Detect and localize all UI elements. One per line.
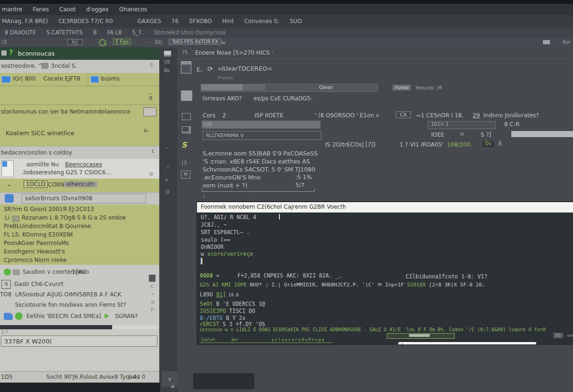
detail-row[interactable]: Gastr Ch6-Cvunrt <box>14 281 64 287</box>
panel-scrollbar[interactable] <box>149 275 156 282</box>
menu-icon[interactable]: ≡ <box>459 131 464 137</box>
bracket-icon[interactable]: [3 <box>182 160 187 165</box>
q-icon: q <box>1 280 11 289</box>
help-icon[interactable]: ? <box>9 49 13 57</box>
option-label[interactable]: ' (8 OSORSOO ' E1on » <box>315 112 379 119</box>
gray-input[interactable]: OIE <box>202 121 320 129</box>
chevron-down-icon[interactable]: ⌄ <box>7 181 11 188</box>
degree-mark: ° <box>203 195 205 200</box>
detail-row[interactable]: Ssciotourie fon modiexs aron Fiems St? <box>15 302 126 308</box>
rail-glyph[interactable]: ^ <box>151 293 155 298</box>
blue-icon-row[interactable]: saSorBrnurs (Dvnx0908 <box>0 192 159 205</box>
frame-small-icon[interactable] <box>182 126 191 133</box>
segment-handle[interactable] <box>242 84 264 90</box>
gray-square-icon[interactable] <box>181 90 192 101</box>
toolbar-item[interactable]: GAXGES <box>138 18 161 24</box>
settings-sync-icon[interactable]: S <box>181 140 187 149</box>
field-selection[interactable]: elhencutn <box>64 181 97 188</box>
tab-small[interactable]: (3 <box>2 40 7 45</box>
token-green: 41/E 'loL 8 F Om.8%. Codon '/C (0;7.8&00… <box>386 327 545 332</box>
token-green-underline[interactable]: iezcocoo w n LIALI E DOAS ECOOSaVIA POC … <box>199 327 386 332</box>
value-box[interactable]: 101> 1 <box>428 121 496 129</box>
toolbar-item[interactable]: B <box>93 29 97 36</box>
bookmark-icon[interactable]: M <box>181 171 190 179</box>
frame-icon[interactable] <box>182 113 191 120</box>
note-row[interactable]: stockonunus con ser ba Netmarondolaexnnc… <box>0 105 159 119</box>
search-icon[interactable] <box>99 39 106 46</box>
list-item[interactable]: Eonohgenc Hewoxtt's <box>4 248 65 255</box>
toolbar-item[interactable]: Hint <box>222 18 234 24</box>
summary-line: SchvnoonACs SACSOT. 5 0' SM TJ1080 <box>203 166 315 173</box>
menu-item[interactable]: mantre <box>2 6 22 13</box>
editor-tab-title[interactable]: Enoere Noae [5>270 HICS · <box>195 49 273 56</box>
token-plain: « <box>216 272 220 279</box>
rail-glyph[interactable]: P <box>151 307 154 312</box>
toolbar-item[interactable]: SFXO8O <box>189 18 212 24</box>
search-box[interactable]: E Ega <box>113 39 131 45</box>
package-row[interactable]: sostreodore, ^c 3ncdal S. S <box>0 60 159 74</box>
detail-row[interactable]: LRSosobut AiJUG OIMVS8RE8 A F ACK <box>15 291 121 298</box>
olive-header-row[interactable]: IGr| 800 Cocate EJFT8 busms <box>0 73 159 86</box>
dv-checkbox[interactable]: Dv <box>482 140 495 148</box>
tool-button-u5[interactable]: U5 <box>164 59 171 65</box>
menu-item[interactable]: Fanes <box>33 6 49 13</box>
toolbar-item[interactable]: 76 <box>172 18 179 24</box>
toolbar-item[interactable]: FA L8 <box>107 29 122 36</box>
rail-glyph[interactable]: C <box>151 284 154 289</box>
notification-count[interactable]: 8or <box>563 40 571 45</box>
list-badge-icon[interactable] <box>143 107 156 116</box>
toolbar-item[interactable]: Convenes S: <box>244 18 279 24</box>
toolbar-item[interactable]: CE3RBOES T7/C R0 <box>58 18 113 24</box>
mark-beta: ß <box>149 96 152 101</box>
list-item[interactable]: SR?rm G Gosnt 2001Я EJ:2C013 <box>4 206 94 212</box>
funnel-button[interactable]: Fureal <box>393 85 411 90</box>
detail-line1-b[interactable]: Beencocases <box>65 161 102 168</box>
tool-button-go[interactable]: 8o <box>164 68 170 73</box>
structure-icon[interactable] <box>181 61 191 74</box>
strip-chevron-icon[interactable]: ⌄ <box>166 163 170 168</box>
toolbar-item[interactable]: SUO <box>290 18 302 24</box>
menu-item[interactable]: Caoot <box>59 6 76 13</box>
filter-input[interactable] <box>1 335 157 347</box>
tab-number[interactable]: 75 <box>182 50 188 55</box>
console-title-bar[interactable]: Foonmek nonobem C2(6chol Cajrenm G2BR Vo… <box>197 202 573 213</box>
gray-row[interactable]: bedaconconzlon s coldoy c <box>0 146 159 160</box>
play-icon[interactable]: ▶ <box>105 312 109 319</box>
line-plain: w <box>201 251 207 257</box>
list-item[interactable]: FL LS. KOornng E20XENt <box>4 231 73 238</box>
toolbar-item[interactable]: 5_7. <box>132 29 143 36</box>
menu-item[interactable]: d'oggex <box>86 6 109 13</box>
status-left: 1D5 <box>1 374 13 380</box>
refresh-icon[interactable]: ⟳ <box>207 65 213 73</box>
list-item[interactable]: Cpromnco Níorn nIeke <box>4 257 66 263</box>
grid-icon[interactable] <box>164 51 171 57</box>
commit-check-button[interactable]: v <box>162 371 178 387</box>
ca-button[interactable]: CA <box>396 111 411 118</box>
tab-all[interactable]: A|| <box>67 39 82 45</box>
token-green-link[interactable]: 81] <box>216 291 226 298</box>
result-count: 1?AI/ <box>72 269 86 275</box>
header-square-icon <box>1 50 7 56</box>
token-green: 52018X <box>407 282 426 288</box>
console-body[interactable]: U?. AOI/ R NCBL 4 JC8J., ~ SRT ESP8ACTL—… <box>197 212 573 344</box>
file-tab[interactable]: ToES FES XaTOR EX <box>169 39 221 45</box>
run-config-label[interactable]: Eelihis 'BEECRI Ced SMEa] <box>26 313 101 319</box>
progress-segment-bar[interactable]: Glear <box>201 84 378 92</box>
toolbar-item[interactable]: MAnag, F.R 8RE) <box>2 18 48 24</box>
toolbar-item[interactable]: S CATETTHTS <box>46 29 82 36</box>
dropdown[interactable]: RLLTKEHNMA V <box>203 131 321 140</box>
chat-bubble-icon[interactable] <box>543 40 550 44</box>
list-item[interactable]: Rozanam L 8.7Og8 S 8 G·a 2S ondoe <box>22 214 126 221</box>
toolbar-item[interactable]: 8 DAXOUTE <box>5 29 36 36</box>
list-item[interactable]: PreBLUindorcmlKat B Qourrese. <box>4 223 93 229</box>
dropdown-value: RLLTKEHNMA V <box>206 132 244 138</box>
link-number[interactable]: 29 <box>473 112 480 119</box>
resize-corner-icon[interactable]: ◢ <box>171 384 174 388</box>
lock-field[interactable]: 1OCLO <box>24 180 48 188</box>
token-green: OGO8 <box>200 272 213 279</box>
rail-glyph[interactable]: ⊜ <box>151 300 155 305</box>
w5-button[interactable]: W5 <box>553 333 563 338</box>
menu-item[interactable]: Ohanecos <box>119 6 147 13</box>
command-input[interactable] <box>398 342 536 344</box>
list-item[interactable]: PoonAGxer PaorrroisMs <box>4 240 69 246</box>
